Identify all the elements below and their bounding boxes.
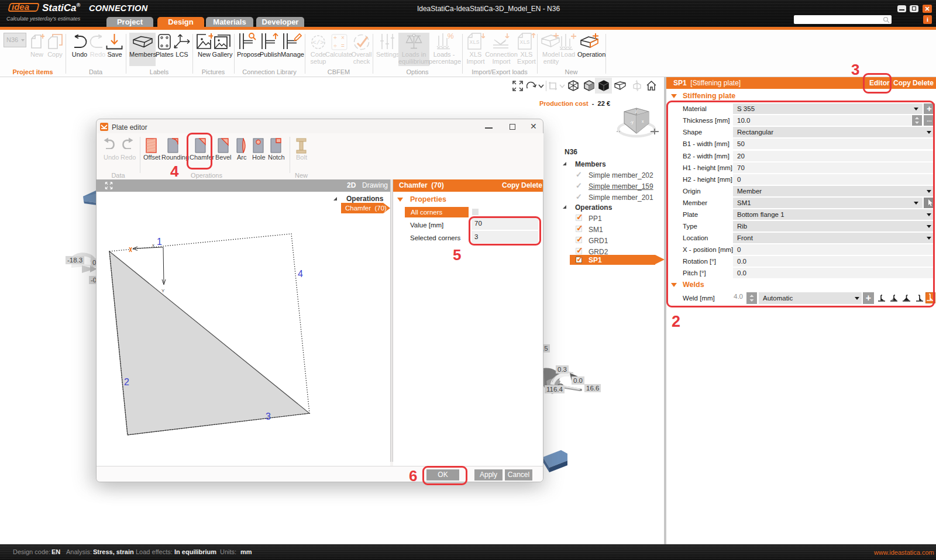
svg-text:</>: </> bbox=[312, 39, 324, 46]
svg-text:-y: -y bbox=[630, 120, 634, 125]
svg-text:Y: Y bbox=[161, 288, 165, 293]
svg-text:x: x bbox=[642, 119, 644, 123]
svg-text:4: 4 bbox=[298, 269, 303, 279]
svg-text:XLS: XLS bbox=[519, 39, 529, 46]
svg-text:×: × bbox=[341, 34, 345, 41]
svg-text:÷: ÷ bbox=[333, 43, 337, 49]
svg-text:1: 1 bbox=[157, 237, 162, 247]
svg-text:2: 2 bbox=[124, 377, 129, 387]
svg-text:XLS: XLS bbox=[469, 39, 479, 46]
svg-text:3: 3 bbox=[266, 412, 271, 421]
svg-text:=: = bbox=[341, 43, 345, 49]
svg-text:x: x bbox=[152, 243, 154, 248]
svg-text:%: % bbox=[447, 33, 454, 40]
svg-text:+: + bbox=[333, 34, 337, 41]
svg-text:z: z bbox=[635, 109, 638, 113]
